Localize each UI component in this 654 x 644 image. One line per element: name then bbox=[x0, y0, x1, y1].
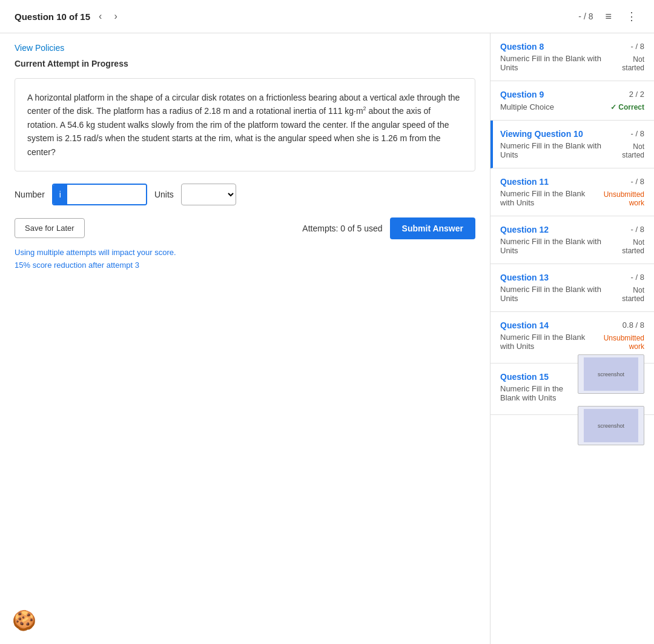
main-layout: View Policies Current Attempt in Progres… bbox=[0, 33, 654, 644]
sq-title-q9: Question 9 bbox=[500, 90, 544, 99]
question-counter: Question 10 of 15 bbox=[15, 12, 90, 22]
sidebar-question-q9[interactable]: Question 9 2 / 2 Multiple Choice ✓ Corre… bbox=[490, 81, 654, 121]
sq-status-q13: Not started bbox=[612, 286, 644, 303]
attempt-warning: Using multiple attempts will impact your… bbox=[15, 247, 475, 272]
sq-status-q12: Not started bbox=[612, 238, 644, 255]
sq-score-q13: - / 8 bbox=[631, 273, 644, 282]
sq-status-q11: Unsubmitted work bbox=[598, 190, 644, 207]
header-left: Question 10 of 15 ‹ › bbox=[15, 10, 121, 23]
more-options-button[interactable]: ⋮ bbox=[624, 7, 639, 25]
units-label: Units bbox=[154, 190, 174, 199]
sq-score-q10: - / 8 bbox=[631, 129, 644, 138]
number-input-group: i bbox=[52, 184, 147, 205]
header-right: - / 8 ≡ ⋮ bbox=[578, 7, 639, 25]
number-label: Number bbox=[15, 190, 45, 199]
sq-status-q10: Not started bbox=[612, 142, 644, 159]
sq-type-q12: Numeric Fill in the Blank with Units bbox=[500, 237, 612, 255]
sq-title-q14: Question 14 bbox=[500, 320, 549, 330]
sq-title-q12: Question 12 bbox=[500, 225, 549, 234]
prev-question-button[interactable]: ‹ bbox=[95, 10, 105, 23]
current-attempt-label: Current Attempt in Progress bbox=[15, 59, 475, 68]
number-input[interactable] bbox=[67, 185, 146, 204]
sq-title-q15: Question 15 bbox=[500, 372, 549, 382]
sq-score-q11: - / 8 bbox=[631, 177, 644, 186]
sq-score-q9: 2 / 2 bbox=[629, 90, 644, 99]
warning-line1: Using multiple attempts will impact your… bbox=[15, 247, 475, 259]
left-panel: View Policies Current Attempt in Progres… bbox=[0, 33, 490, 644]
sidebar-question-q14[interactable]: Question 14 0.8 / 8 Numeric Fill in the … bbox=[490, 312, 654, 363]
sidebar-question-q12[interactable]: Question 12 - / 8 Numeric Fill in the Bl… bbox=[490, 216, 654, 264]
attempts-submit: Attempts: 0 of 5 used Submit Answer bbox=[302, 217, 475, 239]
sidebar-question-q13[interactable]: Question 13 - / 8 Numeric Fill in the Bl… bbox=[490, 264, 654, 312]
sq-title-q11: Question 11 bbox=[500, 177, 549, 187]
sq-type-q10: Numeric Fill in the Blank with Units bbox=[500, 141, 612, 159]
sidebar-question-q10[interactable]: Viewing Question 10 - / 8 Numeric Fill i… bbox=[490, 121, 654, 168]
cookie-icon[interactable]: 🍪 bbox=[12, 609, 36, 632]
question-card: A horizontal platform in the shape of a … bbox=[15, 78, 475, 171]
sq-status-q9: ✓ Correct bbox=[610, 103, 644, 111]
view-policies-link[interactable]: View Policies bbox=[15, 43, 64, 53]
sq-title-q8: Question 8 bbox=[500, 42, 544, 51]
input-row: Number i Units rad/s rpm deg/s bbox=[15, 184, 475, 205]
actions-row: Save for Later Attempts: 0 of 5 used Sub… bbox=[15, 217, 475, 239]
sq-score-q14: 0.8 / 8 bbox=[623, 320, 644, 330]
units-select[interactable]: rad/s rpm deg/s bbox=[181, 184, 236, 205]
sq-title-q13: Question 13 bbox=[500, 273, 549, 282]
header-bar: Question 10 of 15 ‹ › - / 8 ≡ ⋮ bbox=[0, 0, 654, 33]
sq-type-q8: Numeric Fill in the Blank with Units bbox=[500, 54, 612, 72]
next-question-button[interactable]: › bbox=[110, 10, 121, 23]
sq-type-q9: Multiple Choice bbox=[500, 102, 554, 111]
sq-title-q10: Viewing Question 10 bbox=[500, 129, 583, 139]
sq-type-q11: Numeric Fill in the Blank with Units bbox=[500, 189, 598, 207]
sq-type-q13: Numeric Fill in the Blank with Units bbox=[500, 285, 612, 303]
right-sidebar: Question 8 - / 8 Numeric Fill in the Bla… bbox=[490, 33, 654, 644]
submit-answer-button[interactable]: Submit Answer bbox=[390, 217, 475, 239]
header-score: - / 8 bbox=[578, 12, 593, 21]
list-view-button[interactable]: ≡ bbox=[603, 8, 614, 25]
sq-type-q15: Numeric Fill in the Blank with Units bbox=[500, 384, 573, 402]
sq-status-q8: Not started bbox=[612, 55, 644, 72]
sq-score-q8: - / 8 bbox=[631, 42, 644, 51]
save-later-button[interactable]: Save for Later bbox=[15, 218, 85, 238]
sq-type-q14: Numeric Fill in the Blank with Units bbox=[500, 333, 598, 351]
sidebar-question-q8[interactable]: Question 8 - / 8 Numeric Fill in the Bla… bbox=[490, 33, 654, 81]
warning-line2: 15% score reduction after attempt 3 bbox=[15, 259, 475, 272]
sidebar-question-q11[interactable]: Question 11 - / 8 Numeric Fill in the Bl… bbox=[490, 168, 654, 216]
attempts-text: Attempts: 0 of 5 used bbox=[302, 224, 382, 233]
sq-status-q14: Unsubmitted work bbox=[598, 334, 644, 351]
info-button[interactable]: i bbox=[53, 185, 67, 204]
sq-score-q12: - / 8 bbox=[631, 225, 644, 234]
